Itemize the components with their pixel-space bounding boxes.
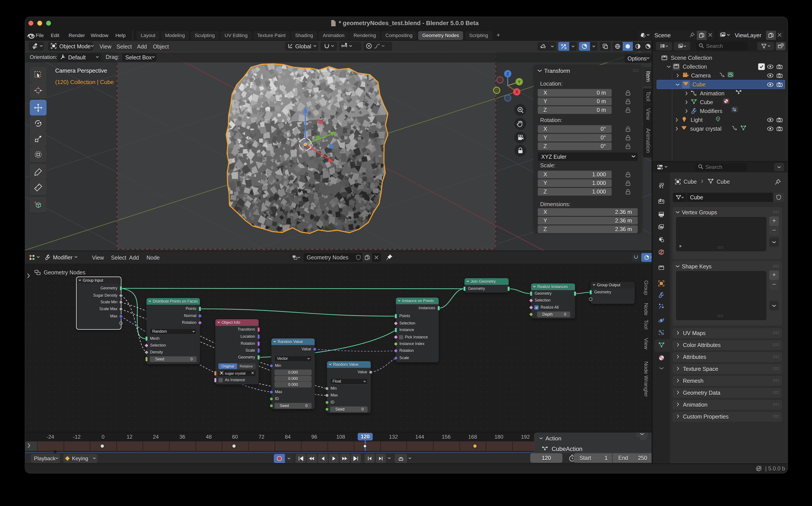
svg-text:X: X [515,90,518,94]
svg-text:Z: Z [506,72,509,76]
svg-text:Y: Y [518,79,521,84]
